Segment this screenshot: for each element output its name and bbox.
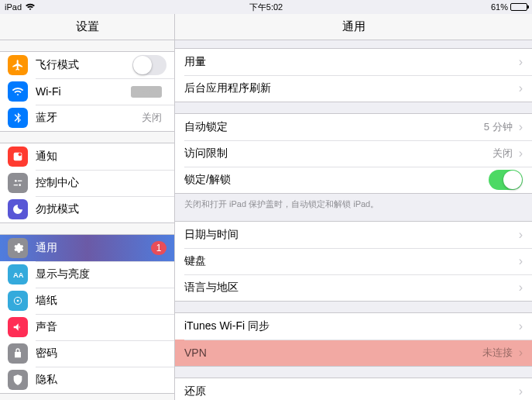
chevron-right-icon: ›	[519, 228, 523, 242]
general-badge: 1	[151, 241, 166, 255]
row-datetime[interactable]: 日期与时间 ›	[175, 222, 532, 248]
sidebar-item-control-center[interactable]: 控制中心	[0, 170, 174, 196]
row-label: 自动锁定	[184, 120, 484, 134]
row-label: VPN	[184, 347, 482, 359]
sidebar-item-wallpaper[interactable]: 墙纸	[0, 288, 174, 314]
sidebar-item-dnd[interactable]: 勿扰模式	[0, 196, 174, 222]
main-title: 通用	[175, 14, 532, 40]
sidebar-item-airplane[interactable]: 飞行模式	[0, 52, 174, 78]
privacy-icon	[8, 370, 28, 390]
chevron-right-icon: ›	[519, 319, 523, 333]
svg-point-4	[19, 184, 21, 186]
row-label: 控制中心	[36, 176, 166, 190]
wifi-icon	[25, 3, 36, 11]
row-label: 键盘	[184, 254, 519, 268]
lock-unlock-toggle[interactable]	[489, 170, 523, 190]
svg-point-2	[15, 180, 17, 182]
row-label: Wi-Fi	[36, 85, 131, 98]
vpn-value: 未连接	[482, 346, 513, 360]
row-label: 访问限制	[184, 147, 493, 160]
sidebar-title: 设置	[0, 14, 174, 40]
row-label: 语言与地区	[184, 281, 519, 295]
row-label: 隐私	[36, 373, 166, 387]
autolock-value: 5 分钟	[484, 120, 513, 134]
moon-icon	[8, 199, 28, 219]
wifi-detail: h vpn	[131, 86, 162, 98]
chevron-right-icon: ›	[519, 281, 523, 295]
chevron-right-icon: ›	[519, 81, 523, 95]
svg-rect-5	[14, 184, 18, 185]
clock: 下午5:02	[249, 2, 283, 13]
sidebar-item-sound[interactable]: 声音	[0, 314, 174, 340]
row-label: 显示与亮度	[36, 267, 166, 281]
row-restrictions[interactable]: 访问限制 关闭 ›	[175, 140, 532, 167]
row-label: 后台应用程序刷新	[184, 81, 519, 95]
sidebar: 设置 飞行模式 Wi-Fi h vpn 蓝牙 关闭	[0, 14, 175, 400]
row-label: 通用	[36, 241, 151, 255]
row-itunes-sync[interactable]: iTunes Wi-Fi 同步 ›	[175, 313, 532, 340]
sidebar-item-display[interactable]: AA 显示与亮度	[0, 261, 174, 288]
row-label: 飞行模式	[36, 58, 132, 72]
row-label: 蓝牙	[36, 111, 142, 125]
svg-text:AA: AA	[13, 271, 24, 279]
chevron-right-icon: ›	[519, 346, 523, 360]
battery-pct: 61%	[491, 2, 508, 12]
lock-unlock-footer: 关闭和打开 iPad 保护盖时，自动锁定和解锁 iPad。	[175, 194, 532, 210]
row-label: 墙纸	[36, 294, 166, 308]
row-label: 密码	[36, 347, 166, 360]
airplane-icon	[8, 55, 28, 75]
control-center-icon	[8, 173, 28, 193]
gear-icon	[8, 238, 28, 258]
row-vpn[interactable]: VPN 未连接 ›	[175, 340, 532, 366]
row-autolock[interactable]: 自动锁定 5 分钟 ›	[175, 114, 532, 140]
truncated-row	[175, 40, 532, 43]
svg-point-1	[19, 153, 22, 156]
wallpaper-icon	[8, 291, 28, 311]
svg-rect-3	[18, 181, 22, 181]
chevron-right-icon: ›	[519, 384, 523, 398]
restrictions-value: 关闭	[493, 147, 513, 160]
row-lock-unlock[interactable]: 锁定/解锁	[175, 167, 532, 193]
sound-icon	[8, 317, 28, 337]
row-bg-refresh[interactable]: 后台应用程序刷新 ›	[175, 75, 532, 102]
sidebar-item-general[interactable]: 通用 1	[0, 235, 174, 261]
sidebar-item-wifi[interactable]: Wi-Fi h vpn	[0, 78, 174, 105]
row-label: 声音	[36, 320, 166, 334]
row-keyboard[interactable]: 键盘 ›	[175, 248, 532, 274]
sidebar-item-privacy[interactable]: 隐私	[0, 367, 174, 393]
main-pane: 通用 用量 › 后台应用程序刷新 › 自动锁定 5 分钟 ›	[175, 14, 532, 400]
bluetooth-detail: 关闭	[142, 111, 162, 125]
row-reset[interactable]: 还原 ›	[175, 378, 532, 400]
airplane-toggle[interactable]	[132, 55, 166, 75]
sidebar-item-bluetooth[interactable]: 蓝牙 关闭	[0, 105, 174, 131]
row-usage[interactable]: 用量 ›	[175, 49, 532, 75]
row-label: iTunes Wi-Fi 同步	[184, 319, 519, 333]
lock-icon	[8, 343, 28, 364]
chevron-right-icon: ›	[519, 120, 523, 134]
row-label: 锁定/解锁	[184, 173, 489, 187]
row-language[interactable]: 语言与地区 ›	[175, 274, 532, 301]
status-bar: iPad 下午5:02 61%	[0, 0, 532, 14]
row-label: 通知	[36, 150, 166, 164]
row-label: 日期与时间	[184, 228, 519, 242]
notifications-icon	[8, 147, 28, 167]
chevron-right-icon: ›	[519, 147, 523, 160]
chevron-right-icon: ›	[519, 254, 523, 268]
battery-icon	[510, 3, 527, 11]
sidebar-item-passcode[interactable]: 密码	[0, 340, 174, 367]
svg-point-8	[17, 300, 19, 302]
chevron-right-icon: ›	[519, 55, 523, 69]
row-label: 用量	[184, 55, 519, 69]
row-label: 勿扰模式	[36, 202, 166, 216]
sidebar-item-notifications[interactable]: 通知	[0, 143, 174, 170]
device-label: iPad	[5, 2, 22, 12]
bluetooth-icon	[8, 108, 28, 128]
row-label: 还原	[184, 384, 519, 398]
wifi-icon	[8, 81, 28, 102]
display-icon: AA	[8, 264, 28, 284]
